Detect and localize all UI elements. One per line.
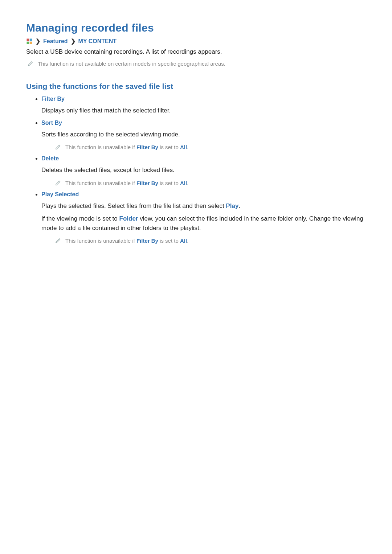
item-note: This function is unavailable if Filter B…: [55, 143, 366, 151]
item-title: Sort By: [41, 120, 366, 126]
item-note-text: This function is unavailable if Filter B…: [65, 179, 188, 187]
geo-note-text: This function is not available on certai…: [38, 60, 225, 67]
smart-hub-icon: [26, 38, 33, 45]
intro-text: Select a USB device containing recording…: [26, 48, 366, 56]
item-note-text: This function is unavailable if Filter B…: [65, 237, 188, 245]
function-list: Filter By Displays only files that match…: [26, 96, 366, 245]
geo-note: This function is not available on certai…: [28, 60, 366, 67]
svg-rect-2: [27, 41, 29, 44]
chevron-right-icon: ❯: [71, 38, 75, 45]
note-icon: [55, 144, 61, 150]
item-note-text: This function is unavailable if Filter B…: [65, 143, 188, 151]
item-desc-1: Plays the selected files. Select files f…: [41, 201, 366, 211]
svg-rect-1: [30, 38, 32, 41]
item-note: This function is unavailable if Filter B…: [55, 237, 366, 245]
item-desc: Sorts files according to the selected vi…: [41, 130, 366, 139]
item-desc: Displays only files that match the selec…: [41, 106, 366, 115]
note-icon: [55, 238, 61, 243]
item-note: This function is unavailable if Filter B…: [55, 179, 366, 187]
breadcrumb-featured: Featured: [43, 38, 68, 45]
chevron-right-icon: ❯: [36, 38, 40, 45]
item-title: Delete: [41, 155, 366, 162]
breadcrumb-my-content: MY CONTENT: [78, 38, 117, 45]
list-item-sort-by: Sort By Sorts files according to the sel…: [41, 120, 366, 151]
page-title: Managing recorded files: [26, 22, 366, 34]
page: Managing recorded files ❯ Featured ❯ MY …: [0, 0, 392, 275]
note-icon: [55, 180, 61, 186]
item-title: Play Selected: [41, 191, 366, 198]
list-item-filter-by: Filter By Displays only files that match…: [41, 96, 366, 115]
item-title: Filter By: [41, 96, 366, 102]
note-icon: [28, 61, 33, 66]
section-title: Using the functions for the saved file l…: [26, 82, 366, 91]
item-desc: Deletes the selected files, except for l…: [41, 165, 366, 175]
list-item-play-selected: Play Selected Plays the selected files. …: [41, 191, 366, 245]
svg-rect-0: [27, 38, 29, 41]
breadcrumb: ❯ Featured ❯ MY CONTENT: [26, 38, 366, 45]
item-desc-2: If the viewing mode is set to Folder vie…: [41, 214, 366, 233]
svg-rect-3: [30, 41, 32, 44]
list-item-delete: Delete Deletes the selected files, excep…: [41, 155, 366, 187]
